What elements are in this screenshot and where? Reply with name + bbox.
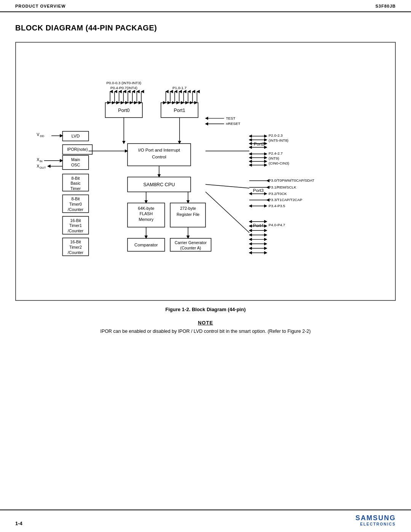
- svg-text:FLASH: FLASH: [140, 211, 153, 216]
- svg-text:Timer: Timer: [70, 186, 81, 191]
- svg-text:Basic: Basic: [70, 181, 81, 185]
- electronics-label: ELECTRONICS: [360, 522, 396, 526]
- svg-text:nRESET: nRESET: [226, 121, 241, 126]
- svg-line-118: [206, 184, 249, 188]
- svg-text:LVD: LVD: [72, 133, 80, 138]
- svg-text:Port1: Port1: [174, 108, 185, 113]
- svg-text:I/O Port and Interrupt: I/O Port and Interrupt: [138, 147, 180, 152]
- samsung-brand: SAMSUNG: [355, 514, 396, 522]
- svg-text:SAM8RC CPU: SAM8RC CPU: [143, 182, 175, 187]
- svg-text:P2.4-2.7: P2.4-2.7: [269, 151, 283, 155]
- svg-text:P3.2/T0CK: P3.2/T0CK: [269, 192, 287, 196]
- svg-text:X: X: [37, 157, 39, 162]
- main-content: BLOCK DIAGRAM (44-PIN PACKAGE): [0, 12, 411, 349]
- svg-text:Port4: Port4: [253, 223, 264, 228]
- svg-text:272-byte: 272-byte: [180, 206, 196, 211]
- svg-text:Timer2: Timer2: [69, 245, 82, 249]
- svg-text:P3.3/T1CAP/T2CAP: P3.3/T1CAP/T2CAP: [269, 198, 302, 202]
- page-header: PRODUCT OVERVIEW S3F80JB: [0, 0, 411, 12]
- svg-text:(Counter A): (Counter A): [180, 246, 201, 250]
- svg-text:16-Bit: 16-Bit: [70, 218, 81, 223]
- figure-caption: Figure 1-2. Block Diagram (44-pin): [15, 307, 396, 312]
- svg-text:P0.4-P0.7(INT4): P0.4-P0.7(INT4): [110, 86, 137, 90]
- svg-text:DD: DD: [40, 134, 45, 138]
- svg-text:Port3: Port3: [253, 188, 264, 193]
- svg-text:Control: Control: [152, 154, 166, 159]
- svg-text:Timer1: Timer1: [69, 223, 82, 228]
- svg-text:(INT5-INT8): (INT5-INT8): [269, 138, 288, 142]
- svg-text:P1.0-1.7: P1.0-1.7: [172, 86, 186, 90]
- svg-text:OUT: OUT: [40, 166, 46, 169]
- svg-text:TEST: TEST: [226, 116, 236, 120]
- svg-text:Timer0: Timer0: [69, 202, 82, 206]
- samsung-logo: SAMSUNG ELECTRONICS: [355, 514, 396, 526]
- svg-text:/Counter: /Counter: [68, 207, 84, 212]
- svg-text:64K-byte: 64K-byte: [138, 206, 154, 211]
- svg-text:(CIN0-CIN3): (CIN0-CIN3): [269, 161, 289, 165]
- block-diagram: Port0 Port1 P0.0-0.3 (INT0-INT3) P0.4-P0…: [15, 42, 396, 301]
- header-right: S3F80JB: [376, 4, 396, 8]
- svg-text:P0.0-0.3 (INT0-INT3): P0.0-0.3 (INT0-INT3): [107, 81, 142, 85]
- page-footer: 1-4 SAMSUNG ELECTRONICS: [0, 510, 411, 532]
- section-title: BLOCK DIAGRAM (44-PIN PACKAGE): [15, 24, 396, 32]
- svg-text:Main: Main: [71, 157, 80, 162]
- diagram-svg: Port0 Port1 P0.0-0.3 (INT0-INT3) P0.4-P0…: [24, 54, 387, 292]
- svg-text:X: X: [37, 164, 39, 168]
- svg-line-119: [206, 192, 249, 233]
- svg-text:OSC: OSC: [71, 163, 80, 167]
- svg-text:16-Bit: 16-Bit: [70, 240, 81, 244]
- svg-text:P3.4-P3.5: P3.4-P3.5: [269, 204, 285, 208]
- svg-text:IN: IN: [40, 160, 43, 163]
- svg-text:(INT9): (INT9): [269, 156, 279, 160]
- header-left: PRODUCT OVERVIEW: [15, 4, 66, 8]
- svg-text:IPOR(note): IPOR(note): [67, 147, 88, 152]
- svg-text:P3.1/REM/SCLK: P3.1/REM/SCLK: [269, 185, 296, 189]
- svg-text:V: V: [37, 132, 40, 137]
- svg-text:8-Bit: 8-Bit: [72, 197, 80, 201]
- svg-text:P4.0-P4.7: P4.0-P4.7: [269, 223, 285, 227]
- svg-text:/Counter: /Counter: [68, 228, 84, 233]
- svg-text:P2.0-2.3: P2.0-2.3: [269, 133, 283, 137]
- svg-text:Register File: Register File: [177, 212, 199, 217]
- note-section: NOTE IPOR can be enabled or disabled by …: [15, 320, 396, 334]
- note-text: IPOR can be enabled or disabled by IPOR …: [15, 329, 396, 334]
- svg-text:P3.0/T0PWM/T0CAP/SDAT: P3.0/T0PWM/T0CAP/SDAT: [269, 178, 314, 182]
- svg-text:8-Bit: 8-Bit: [72, 176, 80, 181]
- note-title: NOTE: [15, 320, 396, 326]
- page-number: 1-4: [15, 521, 22, 526]
- svg-text:/Counter: /Counter: [68, 250, 84, 255]
- svg-text:Memory: Memory: [139, 217, 154, 222]
- svg-text:Comparator: Comparator: [134, 242, 158, 247]
- svg-text:Port0: Port0: [118, 108, 129, 113]
- svg-text:Carrier Generator: Carrier Generator: [175, 240, 207, 245]
